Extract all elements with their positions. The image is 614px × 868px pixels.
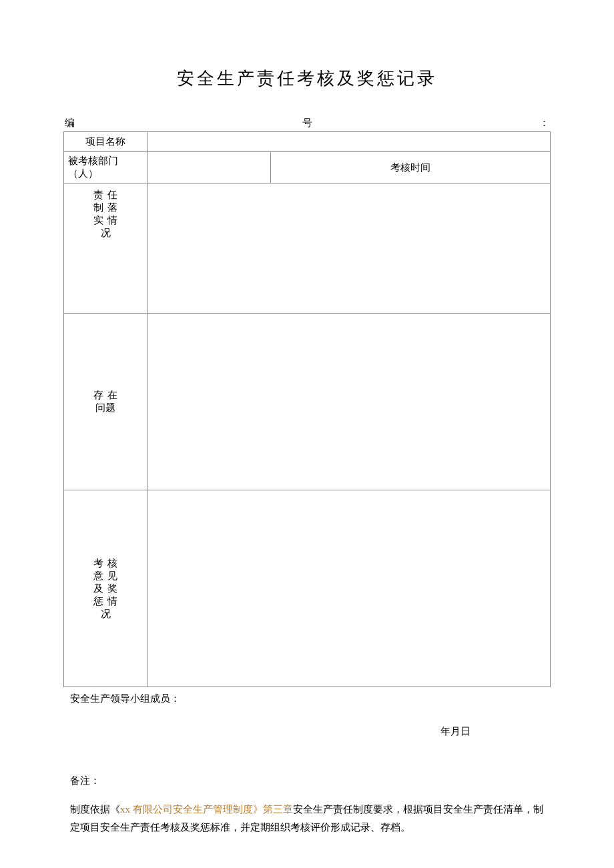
note-highlight: xx 有限公司安全生产管理制度》第三章 (120, 804, 293, 815)
label-problems: 存在 问题 (64, 314, 147, 490)
value-problems[interactable] (147, 314, 551, 490)
serial-label-right: ： (539, 117, 549, 129)
label-opinion-line3: 及奖 (93, 582, 117, 595)
note-prefix: 制度依据《 (70, 804, 120, 815)
note-body: 制度依据《xx 有限公司安全生产管理制度》第三章安全生产责任制度要求，根据项目安… (70, 801, 551, 837)
label-assess-time: 考核时间 (271, 152, 551, 183)
serial-label-mid: 号 (302, 117, 312, 129)
label-opinion-line4: 惩情 (93, 595, 117, 608)
label-responsibility-line2: 制落 (93, 201, 117, 214)
label-responsibility: 责任 制落 实情 况 (64, 183, 147, 314)
sign-label: 安全生产领导小组成员： (70, 693, 551, 705)
label-problems-line1: 存在 (93, 389, 117, 402)
label-responsibility-line3: 实情 (93, 214, 117, 227)
serial-label-left: 编 (65, 117, 75, 129)
note-label: 备注： (70, 775, 551, 787)
row-problems: 存在 问题 (64, 314, 551, 490)
label-opinion-line1: 考核 (93, 557, 117, 570)
label-opinion: 考核 意见 及奖 惩情 况 (64, 490, 147, 687)
label-problems-line2: 问题 (95, 402, 115, 413)
label-responsibility-line1: 责任 (93, 189, 117, 201)
page-title: 安全生产责任考核及奖惩记录 (63, 67, 551, 90)
date-label: 年月日 (63, 725, 551, 738)
row-project-name: 项目名称 (64, 132, 551, 152)
label-department: 被考核部门（人） (64, 152, 147, 183)
form-table: 项目名称 被考核部门（人） 考核时间 责任 制落 实情 况 存在 问题 (63, 131, 551, 687)
row-department: 被考核部门（人） 考核时间 (64, 152, 551, 183)
value-department[interactable] (147, 152, 271, 183)
label-project-name: 项目名称 (64, 132, 147, 152)
label-opinion-line2: 意见 (93, 570, 117, 582)
row-responsibility: 责任 制落 实情 况 (64, 183, 551, 314)
value-project-name[interactable] (147, 132, 551, 152)
value-opinion[interactable] (147, 490, 551, 687)
value-responsibility[interactable] (147, 183, 551, 314)
serial-number-row: 编 号 ： (63, 117, 551, 129)
row-opinion: 考核 意见 及奖 惩情 况 (64, 490, 551, 687)
label-opinion-line5: 况 (101, 608, 111, 619)
label-responsibility-line4: 况 (101, 228, 111, 238)
